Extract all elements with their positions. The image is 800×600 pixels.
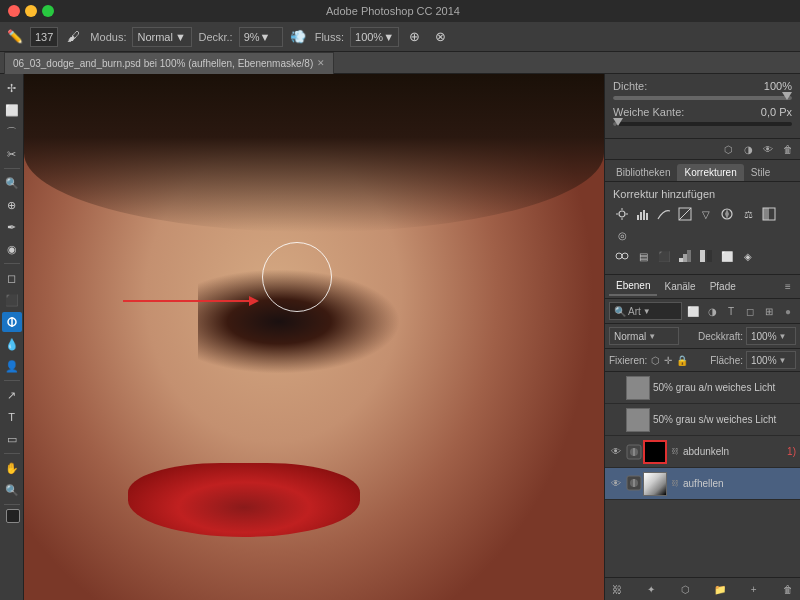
crop-tool[interactable]: ✂: [2, 144, 22, 164]
exposure-icon[interactable]: [676, 205, 694, 223]
zoom-tool[interactable]: 🔍: [2, 480, 22, 500]
type-filter-icon[interactable]: T: [723, 303, 739, 319]
posterize-icon[interactable]: [676, 247, 694, 265]
layer-mode-dropdown[interactable]: Normal ▼: [609, 327, 679, 345]
hand-tool[interactable]: ✋: [2, 458, 22, 478]
marquee-tool[interactable]: ⬜: [2, 100, 22, 120]
tablet-angle-icon[interactable]: ⊗: [429, 26, 451, 48]
move-tool[interactable]: ✢: [2, 78, 22, 98]
filter-toggle-icon[interactable]: ●: [780, 303, 796, 319]
dodge-tool[interactable]: [2, 312, 22, 332]
invert-icon[interactable]: ⬛: [655, 247, 673, 265]
flow-input[interactable]: 100% ▼: [350, 27, 399, 47]
opacity-dropdown[interactable]: 100% ▼: [746, 327, 796, 345]
foreground-color[interactable]: [6, 509, 20, 523]
layer-link-icon: ⛓: [671, 479, 679, 488]
path-select-tool[interactable]: ↗: [2, 385, 22, 405]
selectivecolor-icon[interactable]: ◈: [739, 247, 757, 265]
vibrance-icon[interactable]: ▽: [697, 205, 715, 223]
window-controls[interactable]: [8, 5, 54, 17]
add-mask-icon[interactable]: ⬡: [677, 581, 693, 597]
layer-row[interactable]: 50% grau s/w weiches Licht: [605, 404, 800, 436]
layer-row[interactable]: 👁 ⛓ abdunkeln 1): [605, 436, 800, 468]
brush-preset-icon[interactable]: 🖌: [62, 26, 84, 48]
panel-menu-icon[interactable]: ≡: [780, 279, 796, 295]
opacity-arrow: ▼: [260, 31, 271, 43]
svg-rect-21: [700, 250, 705, 262]
adjustment-icon[interactable]: ◑: [740, 141, 756, 157]
clone-tool[interactable]: ◉: [2, 239, 22, 259]
shape-filter-icon[interactable]: ◻: [742, 303, 758, 319]
blur-tool[interactable]: 💧: [2, 334, 22, 354]
heal-tool[interactable]: ⊕: [2, 195, 22, 215]
smartobj-filter-icon[interactable]: ⊞: [761, 303, 777, 319]
delete-layer-icon[interactable]: 🗑: [780, 581, 796, 597]
adjust-filter-icon[interactable]: ◑: [704, 303, 720, 319]
canvas-area[interactable]: [24, 74, 604, 600]
brightness-icon[interactable]: [613, 205, 631, 223]
svg-point-16: [616, 253, 622, 259]
brush-size-input[interactable]: 137: [30, 27, 58, 47]
levels-icon[interactable]: [634, 205, 652, 223]
gradientmap-icon[interactable]: ⬜: [718, 247, 736, 265]
lock-pos-icon[interactable]: ✛: [664, 355, 672, 366]
minimize-button[interactable]: [25, 5, 37, 17]
layer-visibility-toggle[interactable]: 👁: [609, 477, 623, 491]
maximize-button[interactable]: [42, 5, 54, 17]
airbrush-icon[interactable]: 💨: [287, 26, 309, 48]
tablet-pressure-icon[interactable]: ⊕: [403, 26, 425, 48]
document-tab[interactable]: 06_03_dodge_and_burn.psd bei 100% (aufhe…: [4, 52, 334, 74]
right-panel: Dichte: 100% Weiche Kante: 0,0 Px ⬡ ◑ 👁 …: [604, 74, 800, 600]
bw-icon[interactable]: [760, 205, 778, 223]
lock-pixels-icon[interactable]: ⬡: [651, 355, 660, 366]
tab-close-icon[interactable]: ✕: [317, 58, 325, 68]
colorlookup-icon[interactable]: ▤: [634, 247, 652, 265]
tab-pfade[interactable]: Pfade: [703, 278, 743, 295]
titlebar: Adobe Photoshop CC 2014: [0, 0, 800, 22]
app-title: Adobe Photoshop CC 2014: [326, 5, 460, 17]
flache-dropdown[interactable]: 100% ▼: [746, 351, 796, 369]
mode-dropdown[interactable]: Normal ▼: [132, 27, 192, 47]
lasso-tool[interactable]: ⌒: [2, 122, 22, 142]
add-style-icon[interactable]: ✦: [643, 581, 659, 597]
colorbalance-icon[interactable]: ⚖: [739, 205, 757, 223]
eyedropper-tool[interactable]: 🔍: [2, 173, 22, 193]
layers-panel-header: Ebenen Kanäle Pfade ≡: [605, 275, 800, 299]
opacity-input[interactable]: 9% ▼: [239, 27, 283, 47]
density-slider[interactable]: [613, 96, 792, 100]
layer-row[interactable]: 50% grau a/n weiches Licht: [605, 372, 800, 404]
layer-row[interactable]: 👁 ⛓ aufhellen: [605, 468, 800, 500]
gradient-tool[interactable]: ⬛: [2, 290, 22, 310]
photofilter-icon[interactable]: ◎: [613, 226, 631, 244]
mask-icon[interactable]: ⬡: [720, 141, 736, 157]
shape-tool[interactable]: ▭: [2, 429, 22, 449]
tab-stile[interactable]: Stile: [744, 164, 777, 181]
new-group-icon[interactable]: 📁: [712, 581, 728, 597]
tab-korrekturen[interactable]: Korrekturen: [677, 164, 743, 181]
layer-visibility-toggle[interactable]: [609, 381, 623, 395]
pen-tool[interactable]: ✒: [2, 217, 22, 237]
channelmixer-icon[interactable]: [613, 247, 631, 265]
curves-icon[interactable]: [655, 205, 673, 223]
threshold-icon[interactable]: [697, 247, 715, 265]
link-layers-icon[interactable]: ⛓: [609, 581, 625, 597]
hue-icon[interactable]: [718, 205, 736, 223]
new-layer-icon[interactable]: +: [746, 581, 762, 597]
text-tool[interactable]: T: [2, 407, 22, 427]
close-button[interactable]: [8, 5, 20, 17]
pixel-filter-icon[interactable]: ⬜: [685, 303, 701, 319]
softedge-slider[interactable]: [613, 122, 792, 126]
tab-kanale[interactable]: Kanäle: [657, 278, 702, 295]
layer-visibility-toggle[interactable]: 👁: [609, 445, 623, 459]
eye-icon[interactable]: 👁: [760, 141, 776, 157]
tab-ebenen[interactable]: Ebenen: [609, 277, 657, 296]
eraser-tool[interactable]: ◻: [2, 268, 22, 288]
trash-icon[interactable]: 🗑: [780, 141, 796, 157]
layer-search-box[interactable]: 🔍 Art ▼: [609, 302, 682, 320]
tab-bibliotheken[interactable]: Bibliotheken: [609, 164, 677, 181]
lock-transform-icon[interactable]: 🔒: [676, 355, 688, 366]
corrections-title: Korrektur hinzufügen: [613, 188, 792, 200]
person-tool[interactable]: 👤: [2, 356, 22, 376]
brush-tool-icon[interactable]: ✏️: [4, 26, 26, 48]
layer-visibility-toggle[interactable]: [609, 413, 623, 427]
